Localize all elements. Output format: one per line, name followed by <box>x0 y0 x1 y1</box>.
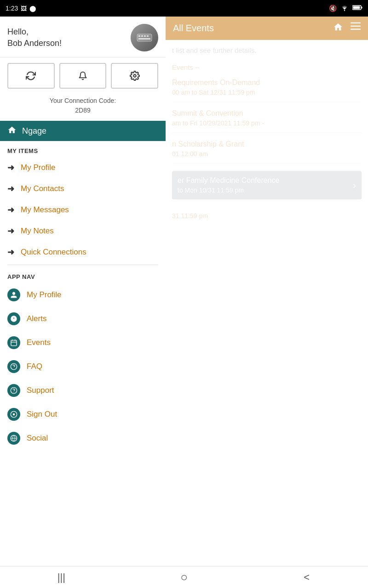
bottom-home-button[interactable]: ○ <box>170 568 198 587</box>
nav-item-my-notes[interactable]: ➜ My Notes <box>0 220 166 242</box>
menu-lines-icon: ||| <box>58 571 65 583</box>
app-nav-item-events[interactable]: Events <box>0 331 166 355</box>
app-nav-label-alerts: Alerts <box>27 314 46 323</box>
home-circle-icon: ○ <box>180 570 188 584</box>
app-nav-label-social: Social <box>27 434 48 443</box>
greeting-line1: Hello, <box>7 26 62 38</box>
avatar-image <box>131 24 158 51</box>
svg-rect-9 <box>138 38 150 40</box>
my-items-heading: MY ITEMS <box>0 141 166 157</box>
svg-rect-7 <box>144 35 146 37</box>
svg-rect-4 <box>137 34 152 41</box>
app-nav-label-events: Events <box>27 338 51 347</box>
status-bar: 1:23 🖼 ⬤ 🔇 <box>0 0 368 17</box>
app-nav-label-support: Support <box>27 386 54 395</box>
greeting-line2: Bob Anderson! <box>7 38 62 49</box>
connection-code-section: Your Connection Code: 2D89 <box>0 94 166 121</box>
app-nav-item-faq[interactable]: FAQ <box>0 355 166 379</box>
wifi-icon <box>340 5 349 12</box>
back-chevron-icon: < <box>304 571 310 583</box>
events-icon <box>7 336 20 349</box>
svg-rect-23 <box>13 413 15 415</box>
arrow-icon-quick: ➜ <box>7 247 14 257</box>
svg-rect-5 <box>138 35 140 37</box>
bottom-menu-button[interactable]: ||| <box>47 568 75 587</box>
nav-label-my-profile: My Profile <box>21 163 56 172</box>
social-icon <box>7 432 20 445</box>
time-display: 1:23 <box>6 5 18 12</box>
signout-icon <box>7 408 20 421</box>
drawer-header: Hello, Bob Anderson! <box>0 17 166 57</box>
nav-label-my-notes: My Notes <box>21 226 54 236</box>
support-icon <box>7 384 20 397</box>
arrow-icon-profile: ➜ <box>7 163 14 173</box>
nav-label-my-contacts: My Contacts <box>21 184 64 193</box>
svg-rect-3 <box>362 7 362 9</box>
connection-code-label: Your Connection Code: <box>50 97 116 104</box>
arrow-icon-contacts: ➜ <box>7 184 14 194</box>
ngage-nav-item[interactable]: Ngage <box>0 121 166 141</box>
main-container: Hello, Bob Anderson! <box>0 17 368 566</box>
settings-button[interactable] <box>111 63 158 89</box>
photo-icon: 🖼 <box>21 5 27 12</box>
svg-rect-6 <box>141 35 143 37</box>
nav-item-quick-connections[interactable]: ➜ Quick Connections <box>0 242 166 263</box>
bottom-nav-bar: ||| ○ < <box>0 566 368 588</box>
person-icon <box>7 288 20 301</box>
svg-point-21 <box>13 392 14 392</box>
mute-icon: 🔇 <box>329 5 337 12</box>
battery-icon <box>352 5 362 12</box>
connection-code-value: 2D89 <box>75 107 90 114</box>
home-nav-icon <box>7 125 17 136</box>
app-nav-label-faq: FAQ <box>27 362 42 371</box>
app-nav-item-my-profile[interactable]: My Profile <box>0 283 166 307</box>
app-nav-item-alerts[interactable]: Alerts <box>0 307 166 331</box>
action-buttons-row <box>0 57 166 94</box>
bottom-back-button[interactable]: < <box>293 568 321 587</box>
side-drawer: Hello, Bob Anderson! <box>0 17 166 566</box>
drawer-greeting: Hello, Bob Anderson! <box>7 26 62 49</box>
ngage-label: Ngage <box>22 126 46 136</box>
refresh-button[interactable] <box>7 63 55 89</box>
nav-label-my-messages: My Messages <box>21 205 69 215</box>
nav-item-my-profile[interactable]: ➜ My Profile <box>0 157 166 178</box>
app-nav-item-social[interactable]: Social <box>0 426 166 450</box>
alerts-icon <box>7 312 20 325</box>
svg-rect-8 <box>147 35 149 37</box>
drawer-overlay[interactable] <box>166 17 368 566</box>
nav-item-my-messages[interactable]: ➜ My Messages <box>0 199 166 220</box>
svg-point-10 <box>133 74 136 77</box>
circle-icon: ⬤ <box>29 5 36 12</box>
section-divider <box>7 265 158 265</box>
app-nav-item-signout[interactable]: Sign Out <box>0 402 166 426</box>
app-nav-label-my-profile: My Profile <box>27 290 62 300</box>
app-nav-heading: APP NAV <box>0 267 166 283</box>
svg-rect-14 <box>11 340 17 346</box>
notifications-button[interactable] <box>59 63 107 89</box>
arrow-icon-notes: ➜ <box>7 226 14 236</box>
nav-label-quick-connections: Quick Connections <box>21 248 86 257</box>
status-bar-right: 🔇 <box>329 5 362 12</box>
nav-item-my-contacts[interactable]: ➜ My Contacts <box>0 178 166 199</box>
svg-point-0 <box>344 10 345 11</box>
svg-rect-2 <box>353 6 360 9</box>
app-nav-label-signout: Sign Out <box>27 410 57 419</box>
arrow-icon-messages: ➜ <box>7 205 14 215</box>
status-bar-left: 1:23 🖼 ⬤ <box>6 5 36 12</box>
avatar <box>131 24 158 51</box>
main-content-area: All Events t list and see furthe <box>166 17 368 566</box>
faq-icon <box>7 360 20 373</box>
app-nav-item-support[interactable]: Support <box>0 379 166 402</box>
